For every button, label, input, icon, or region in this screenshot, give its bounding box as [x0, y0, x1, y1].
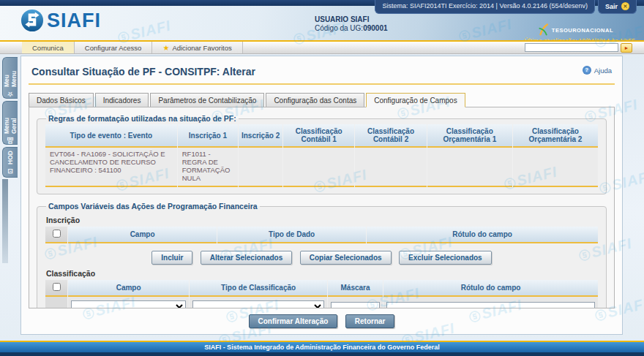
page-tabs: Dados Básicos Indicadores Parâmetros de … — [21, 85, 622, 107]
tab-indicadores[interactable]: Indicadores — [95, 93, 149, 107]
sidebar-tab-meu-menu[interactable]: ☆ Meu Menu — [2, 57, 18, 99]
cell-class-orcamentaria-1 — [427, 148, 512, 187]
cell-inscricao-2 — [239, 148, 282, 187]
search-input[interactable] — [525, 43, 618, 52]
rules-header-row: Tipo de evento : Evento Inscrição 1 Insc… — [45, 124, 598, 148]
col-campo: Campo — [68, 227, 217, 243]
col-tipo-evento: Tipo de evento : Evento — [45, 124, 177, 148]
siafi-logo-icon — [20, 9, 44, 32]
tab-configuracao-campos[interactable]: Configuração de Campos — [366, 93, 465, 107]
sidebar-tab-hod[interactable]: ⊡ HOD — [2, 147, 18, 178]
toolbar-tab-configurar-acesso[interactable]: Configurar Acesso — [75, 42, 153, 53]
incluir-button[interactable]: Incluir — [151, 251, 192, 265]
classificacao-table: Campo Tipo de Classificação Máscara Rótu… — [45, 280, 599, 308]
campos-variaveis-legend: Campos Variáveis das Ações de Programaçã… — [46, 202, 260, 211]
help-label: Ajuda — [594, 67, 612, 75]
tesouro-nacional-text: TESOURONACIONAL — [552, 27, 613, 34]
ug-code: Código da UG:090001 — [315, 24, 388, 33]
footer-text: SIAFI - Sistema Integrado de Administraç… — [0, 342, 644, 352]
tab-dados-basicos[interactable]: Dados Básicos — [29, 93, 94, 107]
logout-button[interactable]: Sair ✕ — [598, 0, 637, 14]
user-name: USUARIO SIAFI — [315, 15, 388, 24]
sidebar-strip — [2, 179, 8, 263]
mascara-field[interactable] — [331, 302, 380, 309]
tab-parametros-contabilizacao[interactable]: Parâmetros de Contabilização — [150, 93, 264, 107]
campo-select[interactable] — [71, 300, 186, 308]
col-mascara: Máscara — [328, 280, 383, 297]
system-version-text: Sistema: SIAFI2014TI Exercício: 2014 | V… — [375, 0, 595, 14]
sitemap-icon: 品 — [6, 137, 15, 144]
col-tipo-classificacao: Tipo de Classificação — [190, 280, 327, 297]
copiar-selecionados-button[interactable]: Copiar Selecionados — [300, 251, 392, 265]
classificacao-header-row: Campo Tipo de Classificação Máscara Rótu… — [45, 280, 598, 297]
sidebar-tab-label: Meu Menu — [3, 58, 18, 87]
system-info-row: Sistema: SIAFI2014TI Exercício: 2014 | V… — [375, 0, 637, 14]
sidebar-tab-label: Menu Geral — [3, 102, 18, 134]
rotulo-cell — [383, 297, 598, 308]
rotulo-campo-field[interactable] — [386, 302, 595, 309]
retornar-button[interactable]: Retornar — [345, 314, 395, 328]
tipo-classificacao-cell — [190, 297, 327, 308]
toolbar-tab-label: Adicionar Favoritos — [172, 44, 231, 52]
col-inscricao-1: Inscrição 1 — [178, 124, 238, 148]
classificacao-label: Classificação — [46, 269, 599, 278]
yellow-divider — [0, 40, 644, 42]
table-row: EVT064 - RA1069 - SOLICITAÇÃO E CANCELAM… — [45, 148, 598, 187]
excluir-selecionados-button[interactable]: Excluir Selecionados — [399, 251, 492, 265]
help-link[interactable]: ? Ajuda — [583, 66, 612, 75]
cell-class-contabil-1 — [283, 148, 354, 187]
tipo-classificacao-select[interactable] — [192, 300, 324, 308]
cell-evento: EVT064 - RA1069 - SOLICITAÇÃO E CANCELAM… — [45, 148, 177, 187]
col-inscricao-2: Inscrição 2 — [239, 124, 282, 148]
alterar-selecionados-button[interactable]: Alterar Selecionados — [201, 251, 292, 265]
tab-content-panel: Regras de formatação utilizadas na situa… — [29, 107, 615, 308]
ug-value: 090001 — [363, 24, 387, 32]
col-tipo-dado: Tipo de Dado — [217, 227, 366, 243]
cell-inscricao-1: RF1011 - REGRA DE FORMATAÇÃO NULA — [178, 148, 238, 187]
app-footer: SIAFI - Sistema Integrado de Administraç… — [0, 341, 644, 356]
page-head: Consultar Situação de PF - CONSITPF: Alt… — [21, 56, 622, 80]
row-checkbox-cell — [45, 297, 67, 308]
rules-table: Tipo de evento : Evento Inscrição 1 Insc… — [45, 124, 599, 187]
campo-cell — [68, 297, 189, 308]
siafi-logo: SIAFI — [20, 9, 101, 32]
confirmar-alteracao-button[interactable]: Confirmar Alteração — [249, 314, 338, 328]
select-all-cell — [45, 280, 67, 297]
col-class-orcamentaria-1: Classificação Orçamentária 1 — [427, 124, 512, 148]
star-outline-icon: ☆ — [7, 91, 14, 98]
sidebar-tab-menu-geral[interactable]: 品 Menu Geral — [2, 101, 18, 145]
rules-fieldset: Regras de formatação utilizadas na situa… — [37, 114, 607, 194]
mascara-cell — [328, 297, 383, 308]
sidebar-tab-label: HOD — [7, 151, 14, 164]
siafi-logo-text: SIAFI — [47, 10, 101, 32]
tesouro-nacional-icon — [538, 23, 550, 37]
logout-icon: ✕ — [621, 2, 629, 10]
tab-configuracao-contas[interactable]: Configuração das Contas — [266, 93, 364, 107]
toolbar-tab-comunica[interactable]: Comunica — [22, 42, 75, 53]
tesouro-nacional-logo: TESOURONACIONAL — [538, 23, 613, 37]
campos-variaveis-fieldset: Campos Variáveis das Ações de Programaçã… — [37, 202, 607, 308]
col-class-orcamentaria-2: Classificação Orçamentária 2 — [513, 124, 598, 148]
user-info: USUARIO SIAFI Código da UG:090001 — [315, 15, 388, 33]
star-icon: ★ — [162, 44, 169, 52]
col-rotulo: Rótulo do campo — [367, 227, 598, 243]
cell-class-orcamentaria-2 — [513, 148, 598, 187]
col-class-contabil-2: Classificação Contábil 2 — [355, 124, 426, 148]
cell-class-contabil-2 — [355, 148, 426, 187]
inscricao-select-all-checkbox[interactable] — [53, 230, 61, 238]
inscricao-table: Campo Tipo de Dado Rótulo do campo — [45, 227, 599, 243]
toolbar-tab-adicionar-favoritos[interactable]: ★ Adicionar Favoritos — [152, 42, 242, 53]
classificacao-edit-row — [45, 297, 598, 308]
page-title: Consultar Situação de PF - CONSITPF: Alt… — [31, 66, 255, 77]
form-actions: Confirmar Alteração Retornar — [21, 314, 622, 328]
classificacao-select-all-checkbox[interactable] — [53, 283, 61, 291]
main-content: Consultar Situação de PF - CONSITPF: Alt… — [20, 56, 623, 335]
inscricao-header-row: Campo Tipo de Dado Rótulo do campo — [45, 227, 598, 243]
top-toolbar: Comunica Configurar Acesso ★ Adicionar F… — [0, 42, 644, 54]
footer-navy-strip — [0, 352, 644, 356]
col-rotulo: Rótulo do campo — [383, 280, 598, 297]
col-campo: Campo — [68, 280, 189, 297]
rules-legend: Regras de formatação utilizadas na situa… — [46, 114, 239, 123]
search-go-button[interactable]: ► — [621, 43, 632, 53]
logout-label: Sair — [605, 3, 618, 10]
